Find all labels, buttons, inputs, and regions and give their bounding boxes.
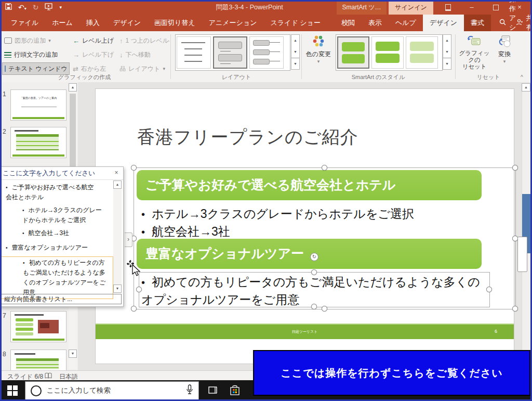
scrollbar-thumb-box[interactable] xyxy=(517,237,527,272)
minimize-icon[interactable]: – xyxy=(461,0,482,15)
promote-button[interactable]: ← レベル上げ xyxy=(73,34,117,47)
scrollbar-down-icon[interactable]: ▼ xyxy=(113,284,122,293)
slide-canvas[interactable]: 香港フリープランのご紹介 ご予算やお好みで選べる航空会社とホテル ホテル→3クラ… xyxy=(95,88,514,364)
group-label-smartart-styles: SmartArt のスタイル xyxy=(303,73,454,81)
selection-handle[interactable] xyxy=(131,165,137,171)
promote-arrow-icon: ← xyxy=(73,37,79,45)
text-pane-item[interactable]: 航空会社→3社 xyxy=(22,228,108,238)
close-icon[interactable]: × xyxy=(112,168,121,177)
add-bullet-icon xyxy=(4,52,11,58)
tab-transitions[interactable]: 画面切り替え xyxy=(148,15,202,31)
tab-animations[interactable]: アニメーション xyxy=(202,15,264,31)
gallery-up-icon[interactable]: ▲ xyxy=(291,35,299,46)
move-down-arrow-icon: ↓ xyxy=(119,51,123,59)
text-pane-scrollbar[interactable]: ▲ ▼ xyxy=(113,180,122,293)
collapse-ribbon-icon[interactable]: ^ xyxy=(521,74,523,80)
title-bar: ↶▾ ↻ ▾ 問題3-3-4 - PowerPoint SmartArt ツ… … xyxy=(0,0,532,15)
style-option-2[interactable] xyxy=(371,36,404,69)
selection-handle[interactable] xyxy=(136,287,142,292)
quick-access-toolbar: ↶▾ ↻ ▾ xyxy=(5,0,62,15)
sign-in-button[interactable]: サインイン xyxy=(389,0,433,15)
style-option-3[interactable] xyxy=(406,36,438,69)
smartart-bullets-1[interactable]: ホテル→3クラスのグレードからホテルをご選択 航空会社→3社 xyxy=(141,205,492,241)
reset-graphic-button[interactable]: グラフィックの リセット xyxy=(458,34,490,70)
scrollbar-down-icon[interactable]: ▼ xyxy=(69,350,77,358)
change-colors-button[interactable]: 色の変更 ▾ xyxy=(303,34,334,79)
save-icon[interactable] xyxy=(5,3,12,11)
mic-icon[interactable] xyxy=(186,384,193,397)
gallery-more-icon[interactable]: ▼ xyxy=(291,58,299,70)
selection-handle[interactable] xyxy=(512,306,518,312)
convert-button[interactable]: 変換 ▾ xyxy=(493,34,516,64)
taskbar-search-input[interactable]: ここに入力して検索 xyxy=(25,381,199,400)
text-pane-item[interactable]: ホテル→3クラスのグレードからホテルをご選択 xyxy=(22,205,108,225)
gallery-down-icon[interactable]: ▼ xyxy=(291,46,299,58)
start-slideshow-icon[interactable] xyxy=(45,3,53,12)
tab-help[interactable]: ヘルプ xyxy=(389,15,423,31)
tab-slideshow[interactable]: スライド ショー xyxy=(263,15,327,31)
slide-title[interactable]: 香港フリープランのご紹介 xyxy=(137,125,358,149)
tab-smartart-format[interactable]: 書式 xyxy=(464,15,491,31)
store-icon[interactable] xyxy=(229,384,241,397)
ribbon-tabs: ファイル ホーム 挿入 デザイン 画面切り替え アニメーション スライド ショー… xyxy=(0,15,532,31)
selection-handle[interactable] xyxy=(311,269,317,275)
gallery-more-icon[interactable]: ▼ xyxy=(443,58,451,70)
windows-start-icon[interactable] xyxy=(7,385,18,398)
tell-me-search[interactable]: 操作アシスト xyxy=(499,15,516,31)
tab-file[interactable]: ファイル xyxy=(4,15,45,31)
slide-thumbnail-2[interactable] xyxy=(10,127,66,158)
accessibility-icon[interactable] xyxy=(45,372,52,380)
selection-handle[interactable] xyxy=(131,306,137,312)
smartart-bullets-2[interactable]: 初めての方もリピータの方もご満足いただけるような多くのオプショナルツアーをご用意 xyxy=(141,274,492,308)
tab-design[interactable]: デザイン xyxy=(107,15,148,31)
slide-thumbnail-1[interactable]: 「魅惑の香港」ツアーのご案内 xyxy=(10,89,66,121)
tab-smartart-design[interactable]: デザイン xyxy=(423,15,464,31)
move-cursor-icon xyxy=(126,259,143,277)
share-button[interactable]: 共有 xyxy=(516,15,532,31)
slide-thumbnail-7[interactable] xyxy=(10,311,66,342)
undo-icon[interactable]: ↶▾ xyxy=(18,3,26,11)
slide-thumbnail-8[interactable] xyxy=(10,350,66,370)
text-pane-collapse-button[interactable]: › xyxy=(125,232,132,247)
selection-handle[interactable] xyxy=(512,165,518,171)
style-option-1-selected[interactable] xyxy=(337,36,369,69)
layout-option-2-selected[interactable] xyxy=(213,36,247,69)
text-pane-icon xyxy=(5,66,6,72)
layout-option-3[interactable] xyxy=(249,36,284,69)
gallery-down-icon[interactable]: ▼ xyxy=(443,46,451,58)
smartart-heading-2[interactable]: 豊富なオプショナルツアー xyxy=(137,239,482,269)
selection-handle[interactable] xyxy=(322,165,327,171)
gallery-up-icon[interactable]: ▲ xyxy=(443,35,451,46)
text-pane-item[interactable]: 豊富なオプショナルツアー xyxy=(6,243,97,253)
swap-arrows-icon: ⇄ xyxy=(73,65,78,73)
thumbnail-number: 8 xyxy=(3,351,6,358)
tab-insert[interactable]: 挿入 xyxy=(79,15,107,31)
tab-view[interactable]: 表示 xyxy=(362,15,389,31)
selection-handle[interactable] xyxy=(311,304,317,309)
text-pane-item-selected[interactable]: 初めての方もリピータの方もご満足いただけるような多くのオプショナルツアーをご用意 xyxy=(1,256,113,299)
smartart-heading-1[interactable]: ご予算やお好みで選べる航空会社とホテル xyxy=(137,170,482,200)
search-placeholder: ここに入力して検索 xyxy=(47,386,186,395)
tab-home[interactable]: ホーム xyxy=(45,15,79,31)
selection-handle[interactable] xyxy=(322,306,327,312)
rotate-handle-icon[interactable]: ↻ xyxy=(310,253,318,261)
move-up-button: ↑ 1 つ上のレベルへ移動 xyxy=(119,34,169,47)
layout-option-1[interactable] xyxy=(177,36,211,69)
thumbnail-number: 2 xyxy=(3,128,6,135)
scrollbar-up-icon[interactable]: ▲ xyxy=(69,83,77,92)
main-area: 1 「魅惑の香港」ツアーのご案内 2 7 xyxy=(0,82,532,370)
maximize-icon[interactable] xyxy=(485,0,506,15)
redo-icon: ↻ xyxy=(33,3,39,11)
task-view-icon[interactable] xyxy=(207,384,219,397)
add-bullet-button[interactable]: 行頭文字の追加 xyxy=(4,48,69,61)
tab-review[interactable]: 校閲 xyxy=(335,15,362,31)
scrollbar-up-icon[interactable]: ▲ xyxy=(113,180,122,189)
ribbon-display-options-icon[interactable] xyxy=(437,0,458,15)
slide-footer-text: 日経ツーリスト xyxy=(96,329,514,334)
selection-handle[interactable] xyxy=(486,287,492,292)
scrollbar-up-icon[interactable]: ▲ xyxy=(522,83,530,92)
qat-customize-icon[interactable]: ▾ xyxy=(59,5,62,10)
group-label-layouts: レイアウト xyxy=(171,73,301,81)
text-pane-item[interactable]: ご予算やお好みで選べる航空会社とホテル xyxy=(6,183,97,202)
move-up-arrow-icon: ↑ xyxy=(119,37,123,45)
